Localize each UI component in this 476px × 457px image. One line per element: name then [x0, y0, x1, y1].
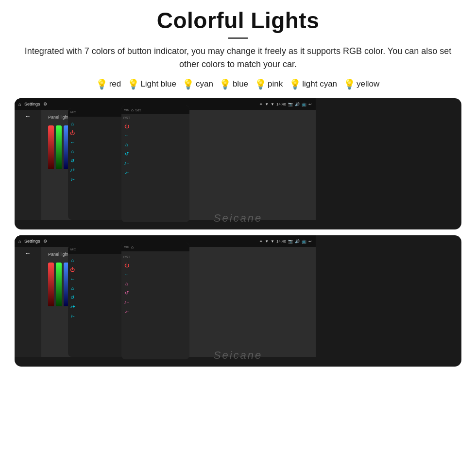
vol-up-1: ♪+	[124, 160, 130, 166]
color-label-red: red	[109, 79, 121, 89]
color-item-red: 💡 red	[97, 78, 121, 90]
settings-btn[interactable]: Settings	[24, 102, 40, 106]
nav-icon-1: ⌂	[125, 142, 128, 147]
b-home-btn[interactable]: ⌂	[18, 239, 21, 244]
cyan-bulb-icon: 💡	[183, 78, 194, 90]
b-vdn-2: ♪-	[70, 313, 74, 318]
b-mini-sidebar-1: RST ⏻ ← ⌂ ↺ ♪+ ♪-	[121, 253, 132, 359]
panel-sliders-bottom	[48, 263, 69, 306]
b-mini-topbar-1: MIC ⌂	[121, 243, 189, 251]
lightcyan-bulb-icon: 💡	[289, 78, 300, 90]
color-label-pink: pink	[268, 79, 283, 89]
screens-section: MIC RST ⌂ ⏻ ← ⌂ ↺ ♪+ ♪-	[15, 98, 461, 367]
b-rst-1: RST	[123, 255, 130, 259]
ret-icon-2: ↺	[70, 158, 74, 163]
screen-sidebar-bottom: ←	[15, 247, 41, 357]
mini-topbar-1: MIC ⌂ Set	[121, 105, 189, 114]
back-icon[interactable]: ↩	[308, 102, 312, 106]
b-time-display: 14:40	[276, 239, 286, 244]
b-nav-1: ⌂	[125, 281, 128, 286]
panel-sliders-top	[48, 125, 69, 169]
b-home-2: ⌂	[71, 258, 74, 263]
bottom-screen-group: MIC ⌂ ⏻ ← ⌂ ↺ ♪+ ♪-	[15, 235, 461, 367]
color-item-cyan: 💡 cyan	[183, 78, 213, 90]
b-volume-icon: 🔊	[295, 239, 300, 244]
home-icon-2: ⌂	[71, 121, 74, 126]
topbar-left: ⌂ Settings ⚙	[18, 102, 47, 107]
b-bluetooth-icon: ✦	[259, 239, 263, 244]
nav-icon-2: ⌂	[71, 149, 74, 154]
color-item-blue: 💡 blue	[220, 78, 248, 90]
tv-icon: 📺	[302, 102, 306, 106]
color-item-yellow: 💡 yellow	[344, 78, 379, 90]
back-icon-1: ←	[124, 133, 129, 138]
rst-icon-1: RST	[123, 116, 130, 120]
mini-sidebar-2: ⌂ ⏻ ← ⌂ ↺ ♪+ ♪-	[68, 119, 77, 220]
stacked-screens-top: MIC RST ⌂ ⏻ ← ⌂ ↺ ♪+ ♪-	[15, 98, 461, 229]
side-screen-1: MIC ⌂ Set RST ⏻ ← ⌂ ↺ ♪+ ♪-	[121, 105, 189, 222]
b-power-2: ⏻	[70, 267, 75, 272]
bluetooth-icon: ✦	[259, 102, 263, 106]
b-power-1: ⏻	[124, 263, 129, 268]
topbar-right: ✦ ▼ ▼ 14:40 📷 🔊 📺 ↩	[259, 102, 312, 106]
yellow-bulb-icon: 💡	[344, 78, 355, 90]
b-ret-1: ↺	[125, 290, 129, 296]
back-icon-2: ←	[70, 140, 75, 145]
vol-dn-2: ♪-	[70, 176, 74, 182]
mini-sidebar-1: RST ⏻ ← ⌂ ↺ ♪+ ♪-	[121, 114, 132, 222]
color-row: 💡 red 💡 Light blue 💡 cyan 💡 blue 💡 pink …	[97, 78, 380, 90]
stacked-screens-bottom: MIC ⌂ ⏻ ← ⌂ ↺ ♪+ ♪-	[15, 235, 461, 367]
home-label-1: ⌂	[131, 108, 134, 112]
b-settings-btn[interactable]: Settings	[24, 239, 40, 244]
color-label-lightcyan: light cyan	[302, 79, 337, 89]
settings-icon: ⚙	[43, 102, 47, 106]
title-divider	[228, 37, 248, 39]
ret-icon-1: ↺	[125, 151, 129, 157]
b-home-label: ⌂	[131, 245, 134, 249]
red-bulb-icon: 💡	[97, 78, 107, 90]
b-wifi-icon: ▼	[265, 239, 269, 244]
b-back-1: ←	[124, 272, 129, 277]
b-back-2: ←	[70, 276, 75, 281]
lightblue-bulb-icon: 💡	[128, 78, 138, 90]
screen-sidebar-top: ←	[15, 110, 41, 220]
settings-label-1: Set	[136, 108, 141, 112]
b-ret-2: ↺	[70, 295, 74, 300]
b-nav-2: ⌂	[71, 285, 74, 291]
page-container: Colorful Lights Integrated with 7 colors…	[0, 0, 476, 457]
b-mic-1: MIC	[124, 246, 129, 248]
blue-bulb-icon: 💡	[220, 78, 231, 90]
color-item-pink: 💡 pink	[255, 78, 283, 90]
b-vdn-1: ♪-	[125, 309, 129, 314]
color-label-lightblue: Light blue	[140, 79, 176, 89]
volume-icon: 🔊	[295, 102, 300, 106]
time-display: 14:40	[276, 102, 286, 106]
b-topbar-right: ✦ ▼ ▼ 14:40 📷 🔊 📺 ↩	[259, 239, 312, 244]
mic-label-2: MIC	[70, 111, 76, 114]
b-mic-2: MIC	[70, 248, 76, 251]
bottom-side-screen-1: MIC ⌂ RST ⏻ ← ⌂ ↺ ♪+ ♪-	[121, 243, 189, 359]
power-icon-1: ⏻	[124, 123, 129, 129]
b-back-icon[interactable]: ↩	[308, 239, 312, 244]
b-signal-icon: ▼	[271, 239, 274, 244]
signal-icon: ▼	[271, 102, 274, 106]
color-item-lightcyan: 💡 light cyan	[289, 78, 337, 90]
top-screen-group: MIC RST ⌂ ⏻ ← ⌂ ↺ ♪+ ♪-	[15, 98, 461, 229]
power-icon-2: ⏻	[70, 130, 75, 136]
vol-dn-1: ♪-	[125, 170, 129, 175]
camera-icon: 📷	[288, 102, 293, 106]
b-mini-sidebar-2: ⌂ ⏻ ← ⌂ ↺ ♪+ ♪-	[68, 256, 77, 357]
wifi-icon: ▼	[265, 102, 269, 106]
b-settings-icon: ⚙	[43, 239, 47, 244]
color-label-cyan: cyan	[196, 79, 213, 89]
b-camera-icon: 📷	[288, 239, 293, 244]
b-vup-2: ♪+	[70, 304, 75, 309]
color-label-yellow: yellow	[357, 79, 379, 89]
b-topbar-left: ⌂ Settings ⚙	[18, 239, 47, 244]
b-vup-1: ♪+	[124, 299, 130, 305]
back-arrow-btn[interactable]: ←	[25, 113, 31, 120]
home-btn[interactable]: ⌂	[18, 102, 21, 107]
page-title: Colorful Lights	[157, 7, 320, 34]
color-item-lightblue: 💡 Light blue	[128, 78, 176, 90]
b-back-arrow-btn[interactable]: ←	[25, 250, 31, 257]
